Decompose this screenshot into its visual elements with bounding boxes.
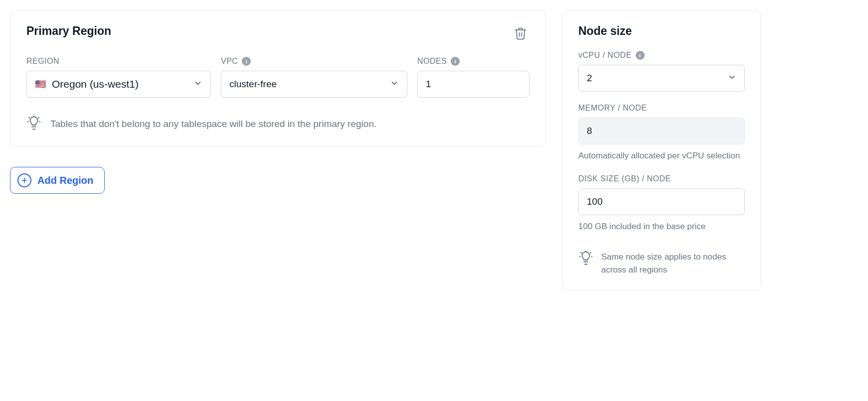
node-size-card: Node size vCPU / NODE i 2 MEMORY / NODE … bbox=[562, 10, 761, 290]
memory-helper: Automatically allocated per vCPU selecti… bbox=[578, 149, 745, 162]
add-region-button[interactable]: Add Region bbox=[10, 167, 105, 194]
info-icon[interactable]: i bbox=[451, 57, 460, 66]
region-value: Oregon (us-west1) bbox=[52, 78, 139, 90]
nodes-field: NODES i 1 bbox=[417, 57, 529, 98]
vpc-label: VPC bbox=[221, 57, 238, 66]
vcpu-field: vCPU / NODE i 2 bbox=[578, 51, 745, 92]
chevron-down-icon bbox=[193, 79, 202, 90]
disk-value: 100 bbox=[587, 196, 603, 207]
memory-field: MEMORY / NODE 8 Automatically allocated … bbox=[578, 104, 745, 162]
vcpu-value: 2 bbox=[587, 73, 592, 84]
region-label: REGION bbox=[26, 57, 211, 66]
primary-region-card: Primary Region REGION 🇺🇸 Oregon (us-west… bbox=[10, 10, 546, 147]
nodes-label: NODES bbox=[417, 57, 447, 66]
disk-helper: 100 GB included in the base price bbox=[578, 220, 745, 233]
svg-line-9 bbox=[590, 253, 591, 253]
svg-line-8 bbox=[581, 253, 581, 253]
chevron-down-icon bbox=[727, 73, 736, 84]
chevron-down-icon bbox=[390, 79, 399, 90]
region-field: REGION 🇺🇸 Oregon (us-west1) bbox=[26, 57, 211, 98]
lightbulb-icon bbox=[26, 116, 41, 133]
trash-icon bbox=[514, 34, 527, 42]
lightbulb-icon bbox=[578, 251, 593, 267]
flag-icon: 🇺🇸 bbox=[35, 79, 46, 90]
memory-value: 8 bbox=[587, 126, 592, 136]
node-size-title: Node size bbox=[578, 24, 745, 38]
region-select[interactable]: 🇺🇸 Oregon (us-west1) bbox=[26, 71, 211, 98]
vpc-select[interactable]: cluster-free bbox=[221, 71, 407, 98]
info-icon[interactable]: i bbox=[242, 57, 251, 66]
primary-region-title: Primary Region bbox=[26, 24, 111, 38]
plus-icon bbox=[17, 173, 31, 187]
disk-input[interactable]: 100 bbox=[578, 188, 745, 215]
nodes-value: 1 bbox=[426, 79, 431, 90]
nodes-input[interactable]: 1 bbox=[417, 71, 529, 98]
node-size-hint: Same node size applies to nodes across a… bbox=[601, 251, 745, 276]
svg-line-2 bbox=[38, 118, 39, 118]
add-region-label: Add Region bbox=[37, 175, 93, 186]
vpc-value: cluster-free bbox=[229, 79, 277, 90]
memory-label: MEMORY / NODE bbox=[578, 104, 745, 113]
disk-label: DISK SIZE (GB) / NODE bbox=[578, 174, 745, 183]
vpc-field: VPC i cluster-free bbox=[221, 57, 407, 98]
memory-input: 8 bbox=[578, 118, 745, 144]
vcpu-select[interactable]: 2 bbox=[578, 65, 745, 92]
svg-line-1 bbox=[29, 118, 29, 118]
delete-region-button[interactable] bbox=[512, 24, 529, 44]
info-icon[interactable]: i bbox=[636, 51, 645, 60]
vcpu-label: vCPU / NODE bbox=[578, 51, 632, 60]
primary-region-hint: Tables that don't belong to any tablespa… bbox=[50, 119, 376, 130]
disk-field: DISK SIZE (GB) / NODE 100 100 GB include… bbox=[578, 174, 745, 233]
